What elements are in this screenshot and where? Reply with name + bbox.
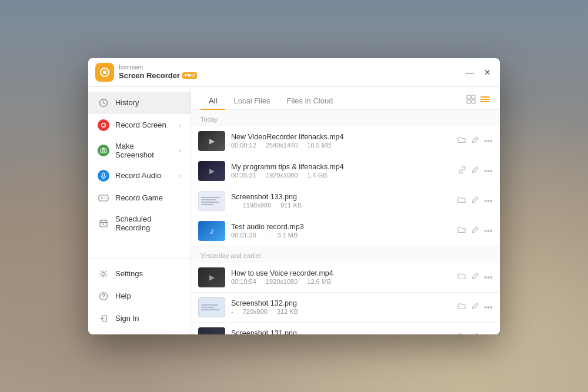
file-row: Test audio record.mp3 00:01:30 - 3.1 MB: [191, 216, 500, 246]
close-button[interactable]: ✕: [482, 67, 493, 78]
file-info: My programm tips & lifehacks.mp4 00:35:3…: [231, 163, 452, 179]
svg-point-1: [103, 71, 106, 74]
sidebar-label-scheduled-recording: Scheduled Recording: [115, 215, 181, 232]
file-actions: •••: [457, 196, 493, 206]
open-folder-button[interactable]: [457, 226, 466, 236]
copy-link-button[interactable]: [458, 166, 466, 176]
file-info: Screenshot 132.png - 720x800 312 KB: [231, 299, 451, 315]
file-name: New VideoRecorder lifehacks.mp4: [231, 133, 451, 141]
file-info: Screenshot 131.png - 512x512 22 KB: [231, 329, 451, 334]
file-meta: 00:01:30 - 3.1 MB: [231, 232, 451, 239]
open-folder-button[interactable]: [457, 302, 466, 312]
file-meta: 00:10:54 1920x1080 12.6 MB: [231, 278, 451, 285]
sign-in-icon: [98, 313, 109, 324]
open-folder-button[interactable]: [457, 332, 466, 334]
more-options-button[interactable]: •••: [484, 196, 493, 206]
file-info: Screenshot 133.png - 1198x988 911 KB: [231, 193, 451, 209]
file-name: Test audio record.mp3: [231, 223, 451, 231]
open-folder-button[interactable]: [457, 196, 466, 206]
svg-point-10: [106, 198, 107, 199]
section-today: Today: [191, 110, 500, 126]
content-tabs: All Local Files Files in Cloud: [191, 87, 500, 110]
file-actions: •••: [457, 332, 493, 334]
sidebar-item-history[interactable]: History: [88, 92, 191, 114]
more-options-button[interactable]: •••: [484, 166, 493, 176]
file-info: How to use Voice recorder.mp4 00:10:54 1…: [231, 269, 451, 285]
file-name: Screenshot 132.png: [231, 299, 451, 307]
svg-rect-18: [472, 100, 475, 103]
open-folder-button[interactable]: [457, 136, 466, 146]
more-options-button[interactable]: •••: [484, 226, 493, 236]
file-name: Screenshot 133.png: [231, 193, 451, 201]
sidebar-spacer: [88, 237, 191, 259]
app-window: Icecream Screen Recorder PRO — ✕: [88, 58, 500, 334]
chevron-right-icon: ›: [179, 147, 181, 154]
content-area: All Local Files Files in Cloud: [191, 87, 500, 334]
sidebar-item-record-screen[interactable]: Record Screen ›: [88, 114, 191, 136]
open-folder-button[interactable]: [457, 272, 466, 282]
svg-rect-16: [472, 95, 475, 99]
edit-button[interactable]: [471, 332, 479, 334]
gear-icon: [98, 268, 109, 280]
more-options-button[interactable]: •••: [484, 273, 493, 282]
edit-button[interactable]: [471, 272, 479, 282]
microphone-icon: [98, 170, 109, 182]
sidebar-bottom: Settings Help: [88, 259, 191, 330]
file-info: Test audio record.mp3 00:01:30 - 3.1 MB: [231, 223, 451, 239]
file-name: Screenshot 131.png: [231, 329, 451, 334]
sidebar-item-sign-in[interactable]: Sign In: [88, 307, 191, 330]
schedule-icon: [98, 217, 109, 229]
sidebar-item-help[interactable]: Help: [88, 285, 191, 307]
sidebar-item-record-game[interactable]: Record Game: [88, 187, 191, 209]
app-name-top: Icecream: [119, 64, 197, 71]
tab-all[interactable]: All: [201, 93, 225, 110]
titlebar: Icecream Screen Recorder PRO — ✕: [88, 58, 500, 87]
more-options-button[interactable]: •••: [484, 333, 493, 334]
edit-button[interactable]: [471, 166, 479, 176]
clock-icon: [98, 97, 109, 109]
file-actions: •••: [457, 226, 493, 236]
more-options-button[interactable]: •••: [484, 136, 493, 146]
svg-rect-11: [100, 220, 107, 227]
edit-button[interactable]: [471, 302, 479, 312]
file-row: ▶ My programm tips & lifehacks.mp4 00:35…: [191, 156, 500, 186]
camera-icon: [98, 145, 109, 156]
file-thumbnail: ▶: [198, 161, 225, 181]
sidebar-label-record-game: Record Game: [115, 193, 163, 202]
app-icon: [95, 63, 114, 82]
file-row: Screenshot 132.png - 720x800 312 KB: [191, 293, 500, 323]
file-row: ▶ How to use Voice recorder.mp4 00:10:54…: [191, 263, 500, 293]
main-layout: History Record Screen ›: [88, 87, 500, 334]
sidebar: History Record Screen ›: [88, 87, 191, 334]
record-screen-icon: [98, 119, 109, 131]
file-thumbnail: [198, 221, 225, 241]
titlebar-controls: — ✕: [465, 67, 493, 78]
sidebar-item-scheduled-recording[interactable]: Scheduled Recording: [88, 209, 191, 237]
file-name: How to use Voice recorder.mp4: [231, 269, 451, 277]
svg-rect-7: [102, 173, 105, 176]
file-meta: - 1198x988 911 KB: [231, 202, 451, 209]
tab-files-in-cloud[interactable]: Files in Cloud: [279, 93, 342, 110]
edit-button[interactable]: [471, 136, 479, 146]
more-options-button[interactable]: •••: [484, 303, 493, 312]
minimize-button[interactable]: —: [465, 67, 475, 78]
sidebar-item-settings[interactable]: Settings: [88, 263, 191, 285]
list-view-button[interactable]: [480, 94, 490, 105]
svg-point-14: [103, 297, 103, 298]
sidebar-item-make-screenshot[interactable]: Make Screenshot ›: [88, 136, 191, 165]
sidebar-label-record-screen: Record Screen: [115, 120, 166, 129]
titlebar-left: Icecream Screen Recorder PRO: [95, 63, 197, 82]
file-list: Today New VideoRecorder lifehacks.mp4 00…: [191, 110, 500, 334]
file-name: My programm tips & lifehacks.mp4: [231, 163, 452, 171]
file-meta: - 720x800 312 KB: [231, 308, 451, 315]
chevron-right-icon: ›: [179, 122, 181, 129]
svg-point-4: [102, 123, 105, 126]
sidebar-item-record-audio[interactable]: Record Audio ›: [88, 165, 191, 187]
file-info: New VideoRecorder lifehacks.mp4 00:00:12…: [231, 133, 451, 149]
app-name-main: Screen Recorder PRO: [119, 71, 197, 80]
grid-view-button[interactable]: [466, 94, 476, 105]
tab-local-files[interactable]: Local Files: [225, 93, 278, 110]
edit-button[interactable]: [471, 226, 479, 236]
file-row: PNG Screenshot 131.png - 512x512 22 KB: [191, 323, 500, 334]
edit-button[interactable]: [471, 196, 479, 206]
